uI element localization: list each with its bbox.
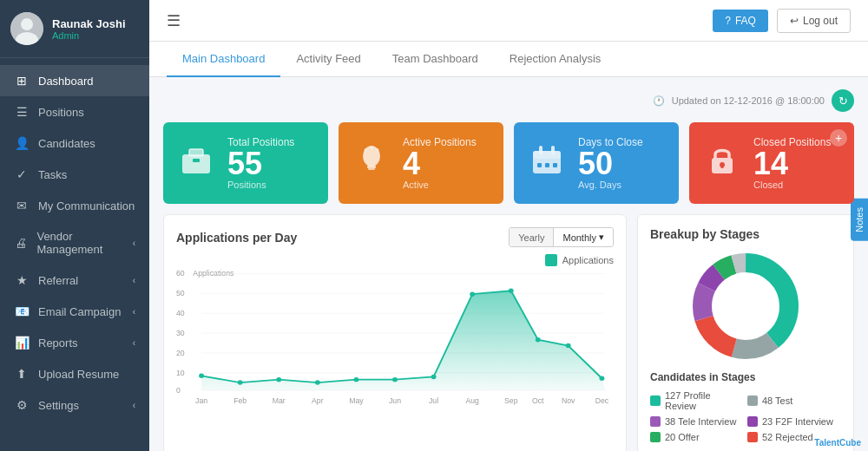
monthly-button[interactable]: Monthly ▾ bbox=[553, 228, 613, 246]
svg-point-48 bbox=[566, 343, 571, 348]
days-value: 50 bbox=[578, 148, 665, 180]
sidebar-item-tasks[interactable]: ✓ Tasks bbox=[0, 159, 149, 190]
candidate-item-test: 48 Test bbox=[747, 390, 841, 411]
candidate-item-tele: 38 Tele Interview bbox=[650, 416, 744, 427]
svg-point-41 bbox=[315, 380, 320, 384]
svg-text:Feb: Feb bbox=[233, 396, 247, 405]
sidebar-item-positions[interactable]: ☰ Positions bbox=[0, 96, 149, 127]
f2f-color-box bbox=[747, 416, 758, 427]
sidebar-nav: ⊞ Dashboard ☰ Positions 👤 Candidates ✓ T… bbox=[0, 58, 149, 451]
faq-button[interactable]: ? FAQ bbox=[713, 10, 768, 32]
svg-point-44 bbox=[431, 375, 437, 379]
content-area: 🕐 Updated on 12-12-2016 @ 18:00:00 ↻ bbox=[149, 77, 868, 451]
sidebar-item-referral[interactable]: ★ Referral ‹ bbox=[0, 265, 149, 296]
svg-point-47 bbox=[536, 337, 541, 342]
sidebar-item-communication[interactable]: ✉ My Communication bbox=[0, 190, 149, 221]
rejected-label: 52 Rejected bbox=[762, 432, 813, 442]
positions-icon: ☰ bbox=[14, 105, 30, 119]
chart-legend: Applications bbox=[176, 254, 614, 266]
briefcase-icon bbox=[177, 141, 215, 186]
svg-point-45 bbox=[470, 291, 475, 296]
chart-header: Applications per Day Yearly Monthly ▾ bbox=[176, 227, 614, 247]
tele-label: 38 Tele Interview bbox=[665, 416, 736, 427]
tabs-bar: Main Dashboard Activity Feed Team Dashbo… bbox=[149, 42, 868, 77]
yearly-button[interactable]: Yearly bbox=[510, 228, 553, 246]
tele-color-box bbox=[650, 416, 661, 427]
active-value: 4 bbox=[403, 148, 490, 180]
settings-icon: ⚙ bbox=[14, 398, 30, 412]
sidebar-item-candidates[interactable]: 👤 Candidates bbox=[0, 127, 149, 159]
sidebar-label-communication: My Communication bbox=[38, 199, 135, 212]
breakup-title: Breakup by Stages bbox=[650, 227, 841, 241]
reports-icon: 📊 bbox=[14, 336, 30, 350]
email-arrow: ‹ bbox=[133, 307, 135, 317]
sidebar-item-dashboard[interactable]: ⊞ Dashboard bbox=[0, 65, 149, 96]
sidebar-label-reports: Reports bbox=[38, 337, 78, 350]
svg-text:20: 20 bbox=[176, 349, 185, 357]
bottom-row: Applications per Day Yearly Monthly ▾ Ap… bbox=[163, 214, 854, 451]
legend-label: Applications bbox=[562, 255, 614, 265]
stat-card-total: Total Positions 55 Positions bbox=[163, 122, 328, 204]
clock-icon: 🕐 bbox=[653, 95, 665, 107]
sidebar-label-vendor: Vendor Management bbox=[36, 230, 132, 256]
svg-point-1 bbox=[21, 18, 33, 30]
hamburger-icon[interactable]: ☰ bbox=[167, 11, 181, 30]
svg-text:50: 50 bbox=[176, 289, 185, 297]
tab-main-dashboard[interactable]: Main Dashboard bbox=[167, 42, 280, 77]
svg-rect-13 bbox=[533, 151, 561, 159]
tab-activity-feed[interactable]: Activity Feed bbox=[280, 42, 376, 77]
stat-card-active: Active Positions 4 Active bbox=[339, 122, 503, 204]
svg-rect-14 bbox=[539, 146, 542, 154]
lock-icon bbox=[703, 141, 741, 186]
branding: TalentCube bbox=[814, 438, 861, 448]
total-sub: Positions bbox=[227, 180, 314, 190]
svg-rect-18 bbox=[553, 163, 557, 167]
svg-point-40 bbox=[276, 377, 281, 382]
referral-icon: ★ bbox=[14, 273, 30, 287]
offer-color-box bbox=[650, 432, 661, 442]
tasks-icon: ✓ bbox=[14, 167, 30, 181]
sidebar-label-positions: Positions bbox=[38, 106, 84, 119]
sidebar-label-settings: Settings bbox=[38, 399, 79, 412]
svg-point-49 bbox=[600, 376, 605, 381]
sidebar-item-settings[interactable]: ⚙ Settings ‹ bbox=[0, 389, 149, 421]
chart-panel: Applications per Day Yearly Monthly ▾ Ap… bbox=[163, 214, 627, 451]
svg-rect-8 bbox=[368, 168, 375, 170]
svg-point-69 bbox=[713, 274, 778, 338]
candidate-item-profile: 127 Profile Review bbox=[650, 390, 744, 411]
profile-label: 127 Profile Review bbox=[665, 390, 744, 411]
svg-point-43 bbox=[392, 377, 398, 382]
sidebar-item-reports[interactable]: 📊 Reports ‹ bbox=[0, 327, 149, 358]
svg-text:Dec: Dec bbox=[595, 396, 609, 405]
svg-line-11 bbox=[365, 149, 366, 151]
stat-cards-row: Total Positions 55 Positions bbox=[163, 122, 854, 204]
sidebar-item-email[interactable]: 📧 Email Campaign ‹ bbox=[0, 296, 149, 327]
update-bar: 🕐 Updated on 12-12-2016 @ 18:00:00 ↻ bbox=[163, 89, 854, 112]
notes-tab[interactable]: Notes bbox=[851, 199, 868, 241]
sidebar-item-upload[interactable]: ⬆ Upload Resume bbox=[0, 358, 149, 389]
svg-text:Mar: Mar bbox=[273, 396, 286, 405]
main-content: ☰ ? FAQ ↩ Log out Main Dashboard Activit… bbox=[149, 0, 868, 451]
logout-button[interactable]: ↩ Log out bbox=[777, 9, 851, 33]
svg-text:40: 40 bbox=[176, 309, 185, 317]
svg-text:10: 10 bbox=[176, 369, 185, 377]
refresh-button[interactable]: ↻ bbox=[832, 89, 854, 112]
right-panel: Breakup by Stages bbox=[637, 214, 854, 451]
sidebar-label-tasks: Tasks bbox=[38, 168, 67, 181]
chart-buttons: Yearly Monthly ▾ bbox=[509, 227, 614, 247]
tab-team-dashboard[interactable]: Team Dashboard bbox=[377, 42, 494, 77]
logout-icon: ↩ bbox=[790, 15, 799, 27]
days-label: Days to Close bbox=[578, 136, 665, 148]
svg-point-46 bbox=[509, 289, 514, 293]
svg-text:Nov: Nov bbox=[562, 396, 575, 405]
user-role: Admin bbox=[52, 30, 126, 41]
sidebar-item-vendor[interactable]: 🖨 Vendor Management ‹ bbox=[0, 221, 149, 265]
stat-card-days: Days to Close 50 Avg. Days bbox=[514, 122, 679, 204]
svg-text:Jun: Jun bbox=[389, 396, 401, 405]
svg-rect-21 bbox=[721, 165, 724, 168]
tab-rejection-analysis[interactable]: Rejection Analysis bbox=[494, 42, 617, 77]
stat-card-closed: + Closed Positions 14 Closed bbox=[689, 122, 854, 204]
chevron-down-icon: ▾ bbox=[599, 232, 604, 243]
svg-text:Apr: Apr bbox=[312, 396, 324, 405]
svg-text:Aug: Aug bbox=[465, 396, 479, 405]
